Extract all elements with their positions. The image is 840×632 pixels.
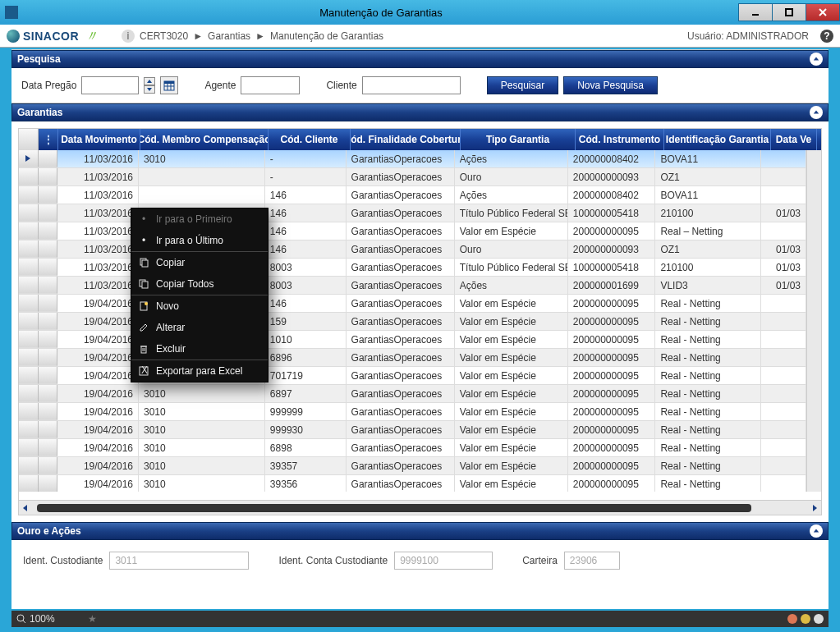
ctx-edit[interactable]: Alterar	[131, 317, 268, 338]
close-button[interactable]	[806, 3, 840, 21]
row-selector[interactable]	[19, 439, 39, 456]
agent-field[interactable]	[241, 76, 300, 94]
scroll-right-icon[interactable]	[808, 501, 821, 515]
new-search-button[interactable]: Nova Pesquisa	[563, 76, 658, 94]
brand-swoosh-icon: 〃	[84, 26, 99, 46]
help-icon[interactable]: ?	[820, 30, 833, 43]
table-row[interactable]: 19/04/20163010999930GarantiasOperacoesVa…	[19, 421, 806, 439]
row-selector[interactable]	[19, 240, 39, 258]
minimize-button[interactable]	[738, 3, 773, 21]
date-step-up-button[interactable]	[144, 77, 155, 85]
ctx-delete[interactable]: Excluir	[131, 338, 268, 360]
calendar-button[interactable]	[160, 76, 178, 94]
date-step-down-button[interactable]	[144, 85, 155, 94]
row-selector[interactable]	[19, 204, 39, 222]
search-panel-header[interactable]: Pesquisa	[11, 50, 829, 68]
zoom-control[interactable]: 100%	[16, 613, 55, 625]
cell: Título Público Federal SELIC	[455, 259, 568, 276]
table-row[interactable]: 19/04/2016301039357GarantiasOperacoesVal…	[19, 457, 806, 475]
conta-custodiante-field[interactable]	[394, 552, 493, 570]
star-icon[interactable]: ★	[88, 613, 97, 625]
grid-panel-header[interactable]: Garantias	[11, 103, 829, 121]
row-selector[interactable]	[19, 168, 39, 185]
cell: 3010	[139, 385, 265, 402]
row-selector[interactable]	[19, 295, 39, 312]
cell: BOVA11	[655, 186, 760, 204]
col-identificacao-garantia[interactable]: Identificação Garantia	[664, 129, 771, 150]
row-selector[interactable]	[19, 457, 39, 474]
info-icon[interactable]: i	[122, 30, 135, 43]
collapse-icon[interactable]	[810, 106, 823, 119]
col-tipo-garantia[interactable]: Tipo Garantia	[461, 129, 576, 150]
row-marker	[39, 367, 58, 384]
collapse-icon[interactable]	[810, 53, 823, 66]
table-row[interactable]: 11/03/20163010-GarantiasOperacoesAções20…	[19, 150, 806, 168]
search-icon	[16, 614, 26, 624]
cell: GarantiasOperacoes	[347, 385, 455, 402]
copy-icon	[138, 257, 149, 268]
ctx-go-first[interactable]: •Ir para o Primeiro	[131, 208, 268, 230]
ctx-export-excel[interactable]: XExportar para Excel	[131, 360, 268, 382]
cell: Ações	[455, 150, 568, 167]
col-data-movimento[interactable]: Data Movimento	[58, 129, 140, 150]
cell: 01/03	[761, 204, 806, 222]
cell: OZ1	[655, 240, 760, 258]
collapse-icon[interactable]	[810, 524, 823, 538]
row-selector[interactable]	[19, 349, 39, 366]
table-row[interactable]: 19/04/201630106897GarantiasOperacoesValo…	[19, 385, 806, 403]
row-selector[interactable]	[19, 186, 39, 204]
bottom-panel-header[interactable]: Ouro e Ações	[11, 522, 829, 540]
row-marker-header[interactable]: ⋮	[39, 129, 58, 150]
row-selector[interactable]	[19, 475, 39, 492]
scrollbar-thumb[interactable]	[37, 504, 751, 512]
horizontal-scrollbar[interactable]	[19, 500, 821, 515]
breadcrumb-item[interactable]: Garantias	[208, 30, 250, 42]
row-selector[interactable]	[19, 150, 39, 167]
vertical-scrollbar[interactable]	[806, 150, 821, 492]
row-selector[interactable]	[19, 403, 39, 420]
cell	[761, 331, 806, 348]
ctx-copy-all[interactable]: Copiar Todos	[131, 273, 268, 295]
row-selector[interactable]	[19, 331, 39, 348]
table-row[interactable]: 19/04/20163010999999GarantiasOperacoesVa…	[19, 403, 806, 421]
row-selector[interactable]	[19, 313, 39, 330]
ctx-new[interactable]: Novo	[131, 295, 268, 317]
svg-rect-1	[786, 9, 792, 16]
svg-rect-8	[164, 81, 174, 84]
ctx-go-last[interactable]: •Ir para o Último	[131, 230, 268, 251]
table-row[interactable]: 11/03/2016-GarantiasOperacoesOuro2000000…	[19, 168, 806, 186]
breadcrumb-item[interactable]: CERT3020	[140, 30, 188, 42]
col-finalidade-cobertura[interactable]: Cód. Finalidade Cobertura	[351, 129, 461, 150]
cell	[139, 168, 265, 185]
scroll-left-icon[interactable]	[19, 501, 32, 515]
row-selector-header[interactable]	[19, 129, 39, 150]
row-selector[interactable]	[19, 259, 39, 276]
table-row[interactable]: 19/04/201630106898GarantiasOperacoesValo…	[19, 439, 806, 457]
ctx-copy[interactable]: Copiar	[131, 252, 268, 273]
row-marker	[39, 295, 58, 312]
col-data-vencimento[interactable]: Data Ve	[771, 129, 817, 150]
row-marker	[39, 313, 58, 330]
cell: 11/03/2016	[57, 240, 139, 258]
context-menu: •Ir para o Primeiro •Ir para o Último Co…	[131, 208, 269, 382]
row-selector[interactable]	[19, 277, 39, 294]
row-selector[interactable]	[19, 421, 39, 438]
breadcrumb-item[interactable]: Manutenção de Garantias	[270, 30, 383, 42]
table-row[interactable]: 19/04/2016301039356GarantiasOperacoesVal…	[19, 475, 806, 492]
row-selector[interactable]	[19, 222, 39, 240]
col-membro-compensacao[interactable]: Cód. Membro Compensação	[140, 129, 269, 150]
row-selector[interactable]	[19, 367, 39, 384]
cell: 159	[265, 313, 347, 330]
carteira-field[interactable]	[564, 552, 620, 570]
col-cod-instrumento[interactable]: Cód. Instrumento	[576, 129, 664, 150]
custodiante-field[interactable]	[109, 552, 249, 570]
row-selector[interactable]	[19, 385, 39, 402]
cell: 999930	[265, 421, 347, 438]
client-field[interactable]	[362, 76, 461, 94]
col-cod-cliente[interactable]: Cód. Cliente	[269, 129, 351, 150]
search-button[interactable]: Pesquisar	[487, 76, 558, 94]
maximize-button[interactable]	[772, 3, 806, 21]
date-field[interactable]	[81, 76, 139, 94]
table-row[interactable]: 11/03/2016146GarantiasOperacoesAções2000…	[19, 186, 806, 204]
app-icon	[5, 6, 18, 19]
